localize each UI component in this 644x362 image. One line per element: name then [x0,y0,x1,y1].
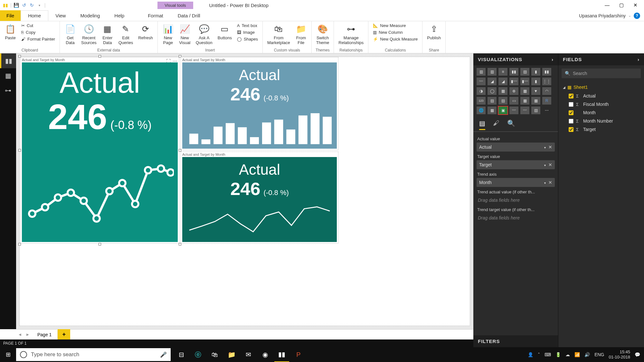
undo-icon[interactable]: ↺ [21,2,27,8]
copy-button[interactable]: ⎘Copy [20,29,56,35]
viz-ribbon-icon[interactable]: ▮〰 [520,78,529,85]
chevron-right-icon[interactable]: › [552,57,554,62]
minimize-icon[interactable]: — [605,2,610,8]
viz-area-icon[interactable]: 〰 [477,78,486,85]
powerpoint-icon[interactable]: P [291,347,306,362]
filters-panel-header[interactable]: FILTERS [473,335,558,347]
people-icon[interactable]: 👤 [528,352,533,357]
viz-stacked-area-icon[interactable]: ◢ [488,78,497,85]
field-row[interactable]: ΣFiscal Month [562,100,641,108]
field-row[interactable]: ΣMonth Number [562,117,641,125]
viz-arcgis-icon[interactable]: 🌐 [477,107,486,114]
fields-well-tab[interactable]: ▤ [479,119,485,130]
battery-icon[interactable]: 🔋 [555,352,561,357]
publish-button[interactable]: ⇪Publish [426,23,442,41]
get-data-button[interactable]: 📄Get Data [63,23,77,46]
viz-filled-map-icon[interactable]: ▦ [520,87,529,95]
remove-field-icon[interactable]: ✕ [548,144,552,150]
chrome-icon[interactable]: ◉ [258,347,272,362]
tab-data-drill[interactable]: Data / Drill [171,10,208,21]
viz-donut-icon[interactable]: ◯ [488,87,497,95]
field-checkbox[interactable] [569,110,573,115]
well-placeholder[interactable]: Drag data fields here [477,196,555,205]
viz-gauge-icon[interactable]: ◠ [542,87,551,95]
viz-kpi-icon[interactable]: ▤ [498,97,507,105]
close-icon[interactable]: ✕ [633,2,638,8]
remove-field-icon[interactable]: ✕ [548,162,552,167]
new-column-button[interactable]: ▥New Column [372,29,419,35]
textbox-button[interactable]: AText box [236,23,259,29]
viz-slicer-icon[interactable]: ▭ [509,97,518,105]
remove-field-icon[interactable]: ✕ [548,180,552,185]
mail-icon[interactable]: ✉ [241,347,256,362]
enter-data-button[interactable]: ▦Enter Data [100,23,115,46]
wifi-icon[interactable]: 📶 [574,352,580,357]
paste-button[interactable]: 📋Paste [3,23,17,41]
edit-queries-button[interactable]: ✎Edit Queries [117,23,135,46]
viz-100-column-icon[interactable]: ▮ [531,68,540,76]
report-view-button[interactable]: ▮▮ [0,53,16,68]
add-page-button[interactable]: + [58,329,70,340]
viz-r-icon[interactable]: R [542,97,551,105]
ask-question-button[interactable]: 💬Ask A Question [194,23,214,46]
task-view-icon[interactable]: ⊟ [174,347,189,362]
chevron-down-icon[interactable]: ▾ [544,146,546,149]
field-checkbox[interactable] [569,94,573,98]
well-field-actual[interactable]: Actual▾✕ [477,143,555,152]
format-well-tab[interactable]: 🖌 [493,119,499,130]
switch-theme-button[interactable]: 🎨Switch Theme [315,23,330,46]
new-visual-button[interactable]: 📈New Visual [178,23,192,46]
fields-search-input[interactable]: 🔍Search [562,69,641,78]
well-field-month[interactable]: Month▾✕ [477,178,555,187]
model-view-button[interactable]: ⊶ [0,83,16,98]
field-row[interactable]: ΣActual [562,92,641,100]
field-checkbox[interactable] [569,127,573,132]
new-page-button[interactable]: 📊New Page [161,23,175,46]
report-canvas[interactable]: Actual and Target by Month ⛶⋯ Actual 246… [19,57,470,326]
well-placeholder[interactable]: Drag data fields here [477,213,555,222]
taskbar-search-input[interactable]: Type here to search🎤 [16,348,171,361]
edge-icon[interactable]: ⓔ [191,347,205,362]
tab-view[interactable]: View [48,10,73,21]
viz-table-icon[interactable]: ▦ [520,97,529,105]
onedrive-icon[interactable]: ☁ [565,352,570,357]
viz-custom-4-icon[interactable]: ▤ [531,107,540,114]
viz-line-icon[interactable]: ▮▮ [542,68,551,76]
explorer-icon[interactable]: 📁 [224,347,239,362]
field-row[interactable]: Month [562,108,641,117]
kpi-visual-1[interactable]: Actual and Target by Month ⛶⋯ Actual 246… [20,57,179,244]
viz-waterfall-icon[interactable]: ▮ [531,78,540,85]
viz-funnel-icon[interactable]: ▼ [531,87,540,95]
viz-scatter-icon[interactable]: ⋮⋮ [542,78,551,85]
field-row[interactable]: ΣTarget [562,125,641,134]
viz-py-icon[interactable]: ▦ [488,107,497,114]
from-file-button[interactable]: 📁From File [294,23,308,46]
volume-icon[interactable]: 🔊 [584,352,590,357]
viz-stacked-bar-icon[interactable]: ▥ [477,68,486,76]
viz-clustered-column-icon[interactable]: ▮▮ [509,68,518,76]
viz-clustered-bar-icon[interactable]: ≡ [498,68,507,76]
keyboard-icon[interactable]: ⌨ [545,352,551,357]
powerbi-icon[interactable]: ▮▮ [274,347,289,362]
chevron-down-icon[interactable]: ▾ [544,181,546,185]
help-icon[interactable]: ? [634,13,640,19]
page-tab-1[interactable]: Page 1 [32,330,58,339]
viz-card-icon[interactable]: 123 [477,97,486,105]
well-field-target[interactable]: Target▾✕ [477,160,555,169]
qat-dropdown-icon[interactable]: ▾ [37,2,43,8]
from-marketplace-button[interactable]: 🛍From Marketplace [266,23,291,46]
page-next-button[interactable]: ► [24,332,32,337]
viz-multirow-icon[interactable]: ▤ [488,97,497,105]
recent-sources-button[interactable]: 🕓Recent Sources [80,23,98,46]
maximize-icon[interactable]: ▢ [619,2,624,8]
tab-home[interactable]: Home [21,10,48,21]
field-checkbox[interactable] [569,102,573,107]
kpi-visual-3[interactable]: Actual and Target by Month Actual 246(-0… [181,152,338,244]
chevron-down-icon[interactable]: ⌄ [628,14,631,18]
viz-line-stacked-icon[interactable]: ◢ [498,78,507,85]
cut-button[interactable]: ✂Cut [20,23,56,29]
format-painter-button[interactable]: 🖌Format Painter [20,36,56,42]
viz-custom-kpi-icon[interactable]: ▣ [498,107,507,114]
kpi-visual-2[interactable]: Actual and Target by Month Actual 246(-0… [181,57,338,150]
tab-modeling[interactable]: Modeling [73,10,107,21]
